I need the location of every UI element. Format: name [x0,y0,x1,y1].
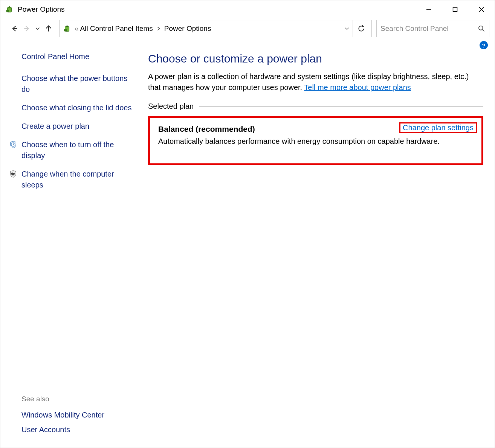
body: Control Panel Home Choose what the power… [0,49,495,448]
sidebar-link-power-buttons[interactable]: Choose what the power buttons do [21,73,136,95]
change-plan-settings-link[interactable]: Change plan settings [399,122,477,133]
control-panel-home-link[interactable]: Control Panel Home [21,52,136,61]
navbar: « All Control Panel Items Power Options [0,18,495,39]
sidebar-link-turn-off-display[interactable]: Choose when to turn off the display [21,139,136,161]
refresh-button[interactable] [353,20,369,37]
svg-rect-4 [453,8,457,12]
selected-plan-highlight: Balanced (recommended) Change plan setti… [148,116,483,165]
forward-button[interactable] [21,23,32,34]
maximize-button[interactable] [442,0,468,18]
help-row: ? [0,39,495,49]
sidebar-item-label: Change when the computer sleeps [21,170,114,189]
window: Power Options [0,0,495,448]
sidebar-link-computer-sleeps[interactable]: Change when the computer sleeps [21,169,136,190]
divider [199,106,483,107]
plan-description: Automatically balances performance with … [158,136,473,147]
svg-rect-1 [9,6,10,8]
close-button[interactable] [468,0,495,18]
recent-locations-button[interactable] [34,26,42,31]
breadcrumb-item[interactable]: All Control Panel Items [80,24,153,33]
window-controls [416,0,495,18]
minimize-button[interactable] [416,0,442,18]
search-icon[interactable] [478,25,485,32]
chevron-right-icon [154,26,163,31]
svg-rect-12 [64,29,67,32]
sidebar-item-label: Choose when to turn off the display [21,140,114,160]
back-button[interactable] [9,23,20,34]
window-title: Power Options [18,5,65,14]
up-button[interactable] [43,23,54,34]
tell-me-more-link[interactable]: Tell me more about power plans [304,83,411,91]
battery-icon [63,24,72,33]
search-input[interactable] [380,24,475,33]
section-header: Selected plan [148,102,483,111]
see-also-user-accounts[interactable]: User Accounts [21,425,136,434]
shield-clock-icon [9,140,18,149]
plan-name: Balanced (recommended) [158,125,255,134]
shield-moon-icon [9,169,18,178]
see-also-title: See also [21,395,136,403]
svg-point-13 [479,26,483,30]
breadcrumb-item[interactable]: Power Options [164,24,211,33]
search-box[interactable] [376,20,489,37]
battery-icon [6,5,14,14]
sidebar-link-closing-lid[interactable]: Choose what closing the lid does [21,102,136,113]
see-also-mobility-center[interactable]: Windows Mobility Center [21,411,136,419]
svg-rect-11 [66,26,68,27]
sidebar: Control Panel Home Choose what the power… [0,49,144,448]
address-dropdown-button[interactable] [341,20,353,37]
see-also-section: See also Windows Mobility Center User Ac… [21,395,136,440]
page-description: A power plan is a collection of hardware… [148,71,483,93]
main-content: Choose or customize a power plan A power… [144,49,495,448]
page-heading: Choose or customize a power plan [148,52,483,65]
plan-header: Balanced (recommended) Change plan setti… [158,125,473,134]
svg-line-14 [483,30,484,32]
help-button[interactable]: ? [480,41,488,49]
address-bar[interactable]: « All Control Panel Items Power Options [59,20,372,37]
section-label: Selected plan [148,102,194,111]
breadcrumb: « All Control Panel Items Power Options [75,24,211,33]
titlebar: Power Options [0,0,495,18]
breadcrumb-prefix: « [75,24,79,33]
sidebar-link-create-plan[interactable]: Create a power plan [21,121,136,132]
svg-rect-2 [6,10,9,12]
